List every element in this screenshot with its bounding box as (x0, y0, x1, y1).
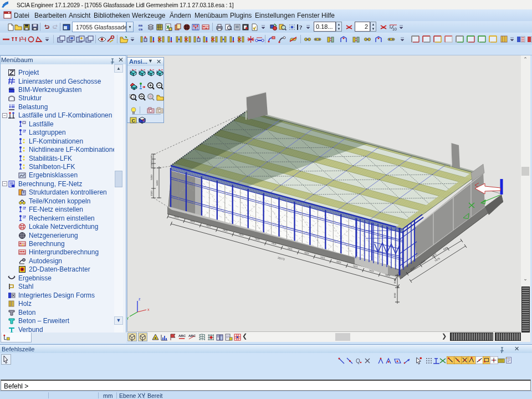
svg-text:8200: 8200 (156, 180, 158, 186)
svg-text:10: 10 (392, 27, 397, 31)
svg-text:mm: mm (139, 23, 143, 27)
svg-text:1520: 1520 (150, 191, 153, 196)
svg-text:300: 300 (150, 155, 153, 159)
svg-text:1950: 1950 (393, 293, 396, 298)
svg-text:ABC: ABC (188, 334, 196, 337)
svg-text:Q: Q (356, 358, 360, 364)
svg-text:?: ? (299, 24, 303, 30)
svg-text:20173: 20173 (278, 256, 285, 260)
svg-text:z: z (130, 69, 131, 72)
svg-text:5150: 5150 (150, 175, 153, 180)
svg-text:cm: cm (139, 27, 143, 31)
svg-text:z: z (147, 69, 149, 72)
svg-text:180: 180 (150, 159, 153, 163)
svg-text:1500: 1500 (393, 278, 396, 284)
svg-text:z: z (139, 69, 140, 72)
svg-text:z: z (156, 69, 157, 72)
svg-text:R: R (150, 95, 152, 99)
svg-text:1: 1 (389, 25, 391, 29)
svg-text:x: x (147, 308, 150, 311)
svg-text:Y: Y (127, 316, 129, 320)
svg-text:z: z (139, 297, 141, 301)
svg-text:1530: 1530 (150, 163, 153, 168)
svg-text:ABC: ABC (178, 334, 186, 337)
svg-text:C: C (131, 117, 135, 123)
